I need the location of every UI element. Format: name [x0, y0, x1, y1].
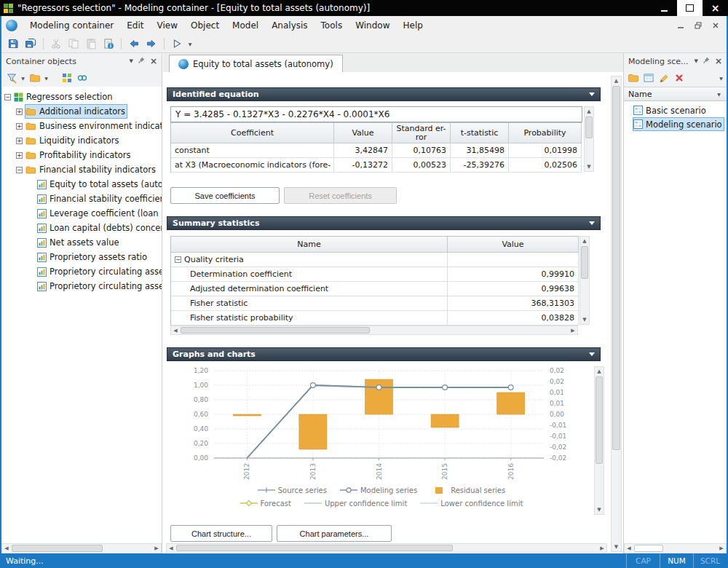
- section-graphs-and-charts[interactable]: Graphs and charts: [167, 347, 601, 361]
- scroll-right-arrow[interactable]: ▶: [152, 544, 161, 553]
- tree-item-model[interactable]: Equity to total assets (autono: [1, 177, 162, 192]
- create-folder-icon[interactable]: [626, 71, 640, 85]
- links-icon[interactable]: [75, 71, 89, 85]
- section-summary-statistics[interactable]: Summary statistics: [167, 216, 601, 230]
- scrollbar-thumb[interactable]: [585, 117, 593, 138]
- menu-item[interactable]: Analysis: [265, 16, 314, 35]
- tree-item-body[interactable]: Financial stability indicators: [25, 163, 158, 176]
- scroll-down-arrow[interactable]: ▼: [585, 162, 593, 171]
- scroll-left-arrow[interactable]: ◀: [625, 544, 633, 553]
- scenario-column-header[interactable]: Name ▼: [624, 87, 727, 101]
- chevron-down-icon[interactable]: ▼: [695, 58, 698, 64]
- maximize-button[interactable]: [677, 0, 703, 16]
- table-row[interactable]: Fisher statistic probability0,03828: [171, 311, 579, 326]
- tree-item-body[interactable]: Additional indicators: [25, 104, 127, 119]
- scrollbar-thumb[interactable]: [596, 376, 603, 464]
- column-header[interactable]: Probability: [509, 123, 582, 143]
- main-hscrollbar[interactable]: ◀ ▶: [166, 543, 607, 553]
- menu-item[interactable]: Object: [184, 16, 226, 35]
- tree-item-body[interactable]: Proprietory circulating assets: [36, 280, 162, 293]
- delete-icon[interactable]: [672, 71, 686, 85]
- legend-item[interactable]: Modeling series: [340, 486, 417, 494]
- close-panel-icon[interactable]: ×: [150, 57, 157, 66]
- scroll-left-arrow[interactable]: ◀: [2, 544, 11, 553]
- equation-text[interactable]: Y = 3.4285 - 0.1327*X3 - 0.2276*X4 - 0.0…: [170, 106, 582, 122]
- scenario-item-body[interactable]: Modeling scenario: [633, 117, 724, 131]
- chevron-down-icon[interactable]: ▼: [130, 58, 133, 64]
- column-header[interactable]: Value: [448, 237, 579, 253]
- save-icon[interactable]: [5, 36, 21, 52]
- close-button[interactable]: ×: [703, 0, 728, 16]
- tree-item-body[interactable]: Profitability indicators: [25, 149, 133, 162]
- scrollbar-thumb[interactable]: [12, 545, 103, 552]
- table-row[interactable]: Fisher statistic368,31303: [171, 296, 579, 311]
- tree-item-body[interactable]: Equity to total assets (autono: [36, 178, 162, 191]
- chart-vscrollbar[interactable]: ▲ ▼: [594, 366, 604, 515]
- filter-icon[interactable]: [4, 71, 18, 85]
- summary-vscrollbar[interactable]: ▲ ▼: [579, 236, 590, 325]
- tree-item-model[interactable]: Proprietory circulating assets: [1, 279, 162, 293]
- table-row[interactable]: constant3,428470,1076331,854980,01998: [171, 143, 582, 158]
- menu-item[interactable]: Modeling container: [23, 16, 120, 35]
- run-icon[interactable]: [169, 36, 185, 52]
- collapse-box[interactable]: −: [16, 167, 23, 173]
- tree-item-model[interactable]: Proprietory assets ratio: [1, 250, 162, 264]
- scenario-item[interactable]: Modeling scenario: [624, 117, 727, 131]
- menu-item[interactable]: Model: [226, 16, 265, 35]
- section-identified-equation[interactable]: Identified equation: [167, 87, 601, 101]
- chart-parameters-button[interactable]: Chart parameters...: [277, 525, 392, 542]
- properties-icon[interactable]: [100, 36, 116, 52]
- collapse-caret-icon[interactable]: [589, 352, 595, 356]
- edit-icon[interactable]: [657, 71, 670, 85]
- forward-icon[interactable]: [143, 36, 159, 52]
- collapse-box[interactable]: −: [4, 94, 11, 100]
- scrollbar-thumb[interactable]: [176, 545, 453, 551]
- tree-item-model[interactable]: Loan capital (debts) concentr: [1, 221, 162, 235]
- scrollbar-thumb[interactable]: [181, 327, 370, 334]
- menu-item[interactable]: Edit: [120, 16, 150, 35]
- tree-item-body[interactable]: Proprietory assets ratio: [36, 251, 149, 264]
- folder-dropdown-icon[interactable]: ▼: [43, 76, 50, 81]
- scroll-down-arrow[interactable]: ▼: [580, 315, 589, 324]
- tree-item-folder[interactable]: +Business environment indicators: [1, 119, 162, 133]
- scroll-left-arrow[interactable]: ◀: [167, 544, 175, 552]
- scroll-down-arrow[interactable]: ▼: [612, 543, 621, 551]
- legend-item[interactable]: Source series: [258, 486, 327, 494]
- menu-item[interactable]: Tools: [314, 16, 349, 35]
- tree-item-body[interactable]: Regressors selection: [13, 90, 114, 103]
- create-folder-icon[interactable]: [28, 71, 41, 85]
- legend-item[interactable]: Lower confidence limit: [420, 500, 523, 508]
- reset-coefficients-button[interactable]: Reset coefficients: [284, 187, 397, 204]
- tree-item-body[interactable]: Leverage coefficient (loan ass: [36, 207, 162, 220]
- right-panel-hscrollbar[interactable]: ◀ ▶: [624, 543, 727, 553]
- scroll-left-arrow[interactable]: ◀: [171, 326, 180, 334]
- column-dropdown-icon[interactable]: ▼: [716, 92, 722, 97]
- back-icon[interactable]: [126, 36, 142, 52]
- toolbar-overflow-icon[interactable]: ▼: [718, 76, 724, 81]
- scroll-down-arrow[interactable]: ▼: [595, 505, 604, 514]
- equation-vscrollbar[interactable]: ▲ ▼: [584, 106, 594, 172]
- scroll-right-arrow[interactable]: ▶: [598, 544, 606, 552]
- table-row[interactable]: −Quality criteria: [171, 253, 579, 267]
- column-header[interactable]: Standard er-ror: [392, 123, 451, 143]
- mdi-minimize-icon[interactable]: [677, 22, 684, 29]
- column-header[interactable]: t-statistic: [451, 123, 509, 143]
- legend-item[interactable]: Residual series: [430, 486, 505, 494]
- paste-icon[interactable]: [83, 36, 99, 52]
- scrollbar-thumb[interactable]: [612, 86, 620, 450]
- tree-item-body[interactable]: Business environment indicators: [25, 119, 162, 133]
- save-coefficients-button[interactable]: Save coefficients: [170, 187, 280, 204]
- table-row[interactable]: Adjusted determination coefficient0,9963…: [171, 282, 579, 296]
- tree-item-root[interactable]: −Regressors selection: [1, 90, 162, 104]
- legend-item[interactable]: Upper confidence limit: [304, 500, 407, 508]
- menu-item[interactable]: Help: [396, 16, 429, 35]
- scroll-up-arrow[interactable]: ▲: [612, 76, 621, 85]
- menu-item[interactable]: View: [151, 16, 184, 35]
- collapse-caret-icon[interactable]: [589, 92, 595, 96]
- mdi-close-icon[interactable]: [712, 22, 719, 29]
- copy-icon[interactable]: [66, 36, 82, 52]
- table-row[interactable]: Determination coefficient0,99910: [171, 267, 579, 282]
- close-panel-icon[interactable]: ×: [715, 57, 722, 66]
- cut-icon[interactable]: [48, 36, 64, 52]
- column-header[interactable]: Value: [334, 123, 392, 143]
